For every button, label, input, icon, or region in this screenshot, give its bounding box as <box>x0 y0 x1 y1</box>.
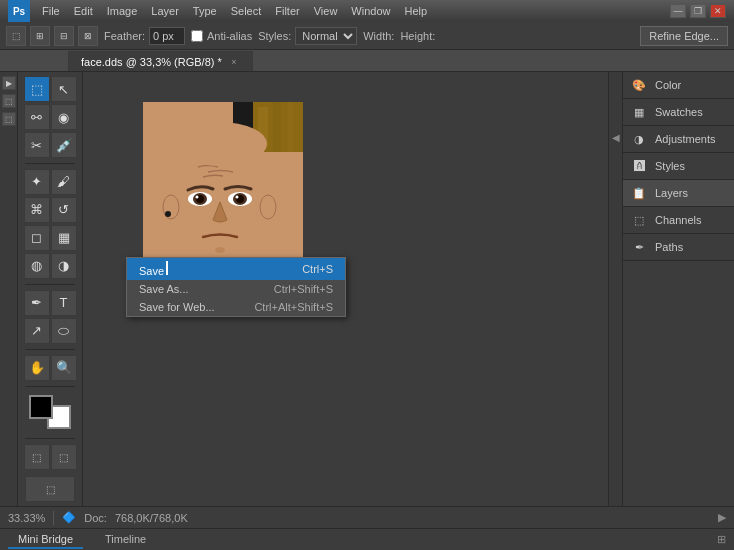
zoom-tool[interactable]: 🔍 <box>51 355 77 381</box>
panel-tab-color[interactable]: 🎨 Color <box>623 72 734 99</box>
window-controls: — ❐ ✕ <box>670 4 726 18</box>
gradient-tool[interactable]: ▦ <box>51 225 77 251</box>
menu-select[interactable]: Select <box>225 3 268 19</box>
title-bar: Ps File Edit Image Layer Type Select Fil… <box>0 0 734 22</box>
type-tool[interactable]: T <box>51 290 77 316</box>
spot-heal-tool[interactable]: ✦ <box>24 169 50 195</box>
blur-tool[interactable]: ◍ <box>24 253 50 279</box>
eyedropper-tool[interactable]: 💉 <box>51 132 77 158</box>
crop-tool[interactable]: ✂ <box>24 132 50 158</box>
width-group: Width: <box>363 30 394 42</box>
tool-separator-1 <box>25 163 75 164</box>
color-panel-icon: 🎨 <box>631 77 647 93</box>
maximize-button[interactable]: ❐ <box>690 4 706 18</box>
text-cursor <box>166 261 168 275</box>
quick-mask[interactable]: ⬚ <box>51 444 77 470</box>
foreground-color[interactable] <box>29 395 53 419</box>
add-select-icon[interactable]: ⊞ <box>30 26 50 46</box>
shape-tool[interactable]: ⬭ <box>51 318 77 344</box>
dodge-tool[interactable]: ◑ <box>51 253 77 279</box>
timeline-tab[interactable]: Timeline <box>95 531 156 549</box>
panel-tabs: 🎨 Color ▦ Swatches ◑ Adjustments 🅰 Style… <box>623 72 734 261</box>
bottom-bar: Mini Bridge Timeline ⊞ <box>0 528 734 550</box>
quick-select-tool[interactable]: ◉ <box>51 104 77 130</box>
panel-collapse-icon[interactable]: ▶ <box>2 76 16 90</box>
brush-tool[interactable]: 🖌 <box>51 169 77 195</box>
menu-item-save-web[interactable]: Save for Web... Ctrl+Alt+Shift+S <box>127 298 345 316</box>
menu-item-save-as[interactable]: Save As... Ctrl+Shift+S <box>127 280 345 298</box>
tool-row-4: ✦ 🖌 <box>24 169 77 195</box>
subtract-select-icon[interactable]: ⊟ <box>54 26 74 46</box>
marquee-tool[interactable]: ⬚ <box>24 76 50 102</box>
lasso-tool[interactable]: ⚯ <box>24 104 50 130</box>
feather-input[interactable] <box>149 27 185 45</box>
panel-tab-layers[interactable]: 📋 Layers <box>623 180 734 207</box>
antialias-checkbox[interactable] <box>191 30 203 42</box>
menu-type[interactable]: Type <box>187 3 223 19</box>
save-as-label: Save As... <box>139 283 189 295</box>
menu-window[interactable]: Window <box>345 3 396 19</box>
svg-rect-3 <box>273 102 281 152</box>
tab-close-button[interactable]: × <box>228 56 240 68</box>
panel-tab-channels[interactable]: ⬚ Channels <box>623 207 734 234</box>
panel-tab-adjustments[interactable]: ◑ Adjustments <box>623 126 734 153</box>
svg-point-18 <box>165 211 171 217</box>
menu-file[interactable]: File <box>36 3 66 19</box>
close-button[interactable]: ✕ <box>710 4 726 18</box>
pen-tool[interactable]: ✒ <box>24 290 50 316</box>
menu-filter[interactable]: Filter <box>269 3 305 19</box>
screen-mode: ⬚ <box>25 476 75 502</box>
paths-panel-icon: ✒ <box>631 239 647 255</box>
document-tab[interactable]: face.dds @ 33,3% (RGB/8) * × <box>68 51 253 71</box>
panel-tab-paths[interactable]: ✒ Paths <box>623 234 734 261</box>
clone-tool[interactable]: ⌘ <box>24 197 50 223</box>
menu-item-save[interactable]: Save Ctrl+S <box>127 258 345 280</box>
doc-size: 768,0K/768,0K <box>115 512 188 524</box>
path-select-tool[interactable]: ↗ <box>24 318 50 344</box>
intersect-select-icon[interactable]: ⊠ <box>78 26 98 46</box>
status-separator-1 <box>53 511 54 525</box>
antialias-group: Anti-alias <box>191 30 252 42</box>
mini-bridge-tab[interactable]: Mini Bridge <box>8 531 83 549</box>
status-arrow[interactable]: ▶ <box>718 511 726 524</box>
menu-edit[interactable]: Edit <box>68 3 99 19</box>
layers-panel-label: Layers <box>655 187 688 199</box>
left-mini-panel: ▶ ⬚ ⬚ <box>0 72 18 506</box>
tool-separator-5 <box>25 438 75 439</box>
save-web-label: Save for Web... <box>139 301 215 313</box>
feather-group: Feather: <box>104 27 185 45</box>
height-group: Height: <box>400 30 435 42</box>
history-brush-tool[interactable]: ↺ <box>51 197 77 223</box>
screen-mode-button[interactable]: ⬚ <box>25 476 75 502</box>
menu-help[interactable]: Help <box>398 3 433 19</box>
paths-panel-label: Paths <box>655 241 683 253</box>
swatches-panel-label: Swatches <box>655 106 703 118</box>
panel-tab-swatches[interactable]: ▦ Swatches <box>623 99 734 126</box>
doc-label: Doc: <box>84 512 107 524</box>
tools-panel: ⬚ ↖ ⚯ ◉ ✂ 💉 ✦ 🖌 ⌘ ↺ ◻ ▦ ◍ ◑ ✒ <box>18 72 83 506</box>
photoshop-logo: Ps <box>8 0 30 22</box>
refine-edge-button[interactable]: Refine Edge... <box>640 26 728 46</box>
selection-tools-group: ⬚ ⊞ ⊟ ⊠ <box>6 26 98 46</box>
panel-icon-3[interactable]: ⬚ <box>2 112 16 126</box>
move-tool[interactable]: ↖ <box>51 76 77 102</box>
bottom-expand-icon[interactable]: ⊞ <box>717 533 726 546</box>
panel-icon-2[interactable]: ⬚ <box>2 94 16 108</box>
main-area: ▶ ⬚ ⬚ ⬚ ↖ ⚯ ◉ ✂ 💉 ✦ 🖌 ⌘ ↺ ◻ ▦ ◍ <box>0 72 734 506</box>
eraser-tool[interactable]: ◻ <box>24 225 50 251</box>
styles-panel-label: Styles <box>655 160 685 172</box>
hand-tool[interactable]: ✋ <box>24 355 50 381</box>
standard-mode[interactable]: ⬚ <box>24 444 50 470</box>
panel-tab-styles[interactable]: 🅰 Styles <box>623 153 734 180</box>
foreground-background-colors <box>25 395 75 429</box>
minimize-button[interactable]: — <box>670 4 686 18</box>
menu-layer[interactable]: Layer <box>145 3 185 19</box>
menu-view[interactable]: View <box>308 3 344 19</box>
rect-select-icon[interactable]: ⬚ <box>6 26 26 46</box>
right-panel-collapse[interactable]: ◀ <box>608 72 622 506</box>
tool-row-9: ↗ ⬭ <box>24 318 77 344</box>
styles-select[interactable]: Normal <box>295 27 357 45</box>
tool-row-10: ✋ 🔍 <box>24 355 77 381</box>
channels-panel-label: Channels <box>655 214 701 226</box>
menu-image[interactable]: Image <box>101 3 144 19</box>
